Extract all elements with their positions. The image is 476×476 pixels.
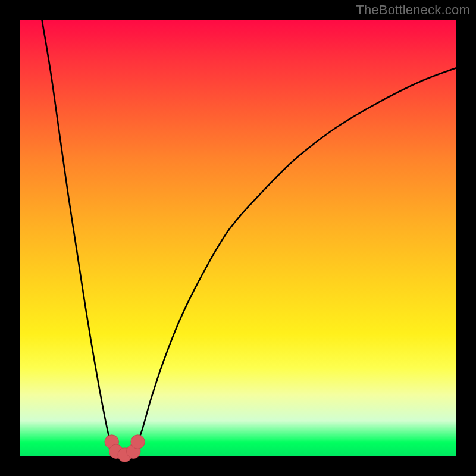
- valley-markers: [105, 435, 145, 462]
- chart-svg: [20, 20, 456, 456]
- watermark-label: TheBottleneck.com: [356, 2, 470, 18]
- valley-marker: [131, 435, 145, 449]
- curve-right-branch: [133, 68, 456, 454]
- outer-frame: TheBottleneck.com: [0, 0, 476, 476]
- plot-area: [20, 20, 456, 456]
- curve-left-branch: [42, 20, 116, 453]
